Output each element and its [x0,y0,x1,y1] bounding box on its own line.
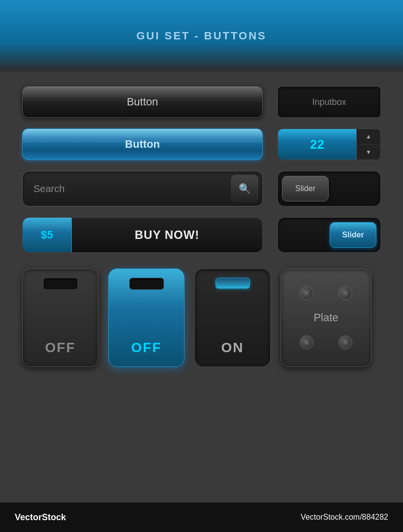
row-4: $5 BUY NOW! Slider [22,217,381,253]
button-black[interactable]: Button [22,86,263,118]
search-input: Search [27,183,231,195]
footer: VectorStock VectorStock.com/884282 [0,502,403,532]
screw-bottom-left: ✕ [300,335,313,349]
stepper-value: 22 [278,129,357,160]
header: GUI SET - BUTTONS [0,0,403,71]
toggle-row: OFF OFF ON ✕ ✕ Plate ✕ ✕ [22,268,381,367]
slider-thumb-left[interactable]: Slider [282,176,329,201]
slider-right[interactable]: Slider [278,217,381,253]
toggle-on[interactable]: ON [194,268,271,367]
toggle-slot-dark [43,278,78,290]
buy-price-label: $5 [23,218,72,252]
toggle-off-dark[interactable]: OFF [22,268,98,367]
search-icon: 🔍 [239,183,251,195]
search-button[interactable]: 🔍 [231,175,258,202]
page-title: GUI SET - BUTTONS [136,30,267,42]
main-content: Button Inputbox Button 22 ▲ ▼ Search 🔍 S… [0,71,403,502]
slider-thumb-right[interactable]: Slider [330,222,376,248]
search-bar[interactable]: Search 🔍 [22,171,263,206]
number-stepper: 22 ▲ ▼ [278,129,381,160]
toggle-slot-on [216,278,250,289]
footer-url: VectorStock.com/884282 [301,513,388,522]
screw-top-right: ✕ [339,286,352,300]
row-2: Button 22 ▲ ▼ [22,129,381,160]
screw-bottom-right: ✕ [339,335,352,349]
toggle-on-label: ON [221,340,244,356]
buy-now-button[interactable]: $5 BUY NOW! [22,217,263,253]
inputbox[interactable]: Inputbox [278,86,381,118]
slider-left[interactable]: Slider [278,171,381,206]
stepper-up-button[interactable]: ▲ [357,129,380,145]
plate: ✕ ✕ Plate ✕ ✕ [280,268,372,367]
row-3: Search 🔍 Slider [22,171,381,206]
button-blue[interactable]: Button [22,129,263,160]
toggle-off-blue-label: OFF [131,340,162,356]
plate-label: Plate [313,311,338,324]
row-1: Button Inputbox [22,86,381,118]
stepper-down-button[interactable]: ▼ [357,145,380,160]
screw-top-left: ✕ [300,286,313,300]
toggle-slot-blue-off [129,278,164,290]
stepper-controls: ▲ ▼ [357,129,380,160]
buy-now-label: BUY NOW! [72,218,262,252]
footer-brand: VectorStock [15,512,66,523]
toggle-off-dark-label: OFF [45,340,76,356]
toggle-off-blue[interactable]: OFF [108,268,185,367]
